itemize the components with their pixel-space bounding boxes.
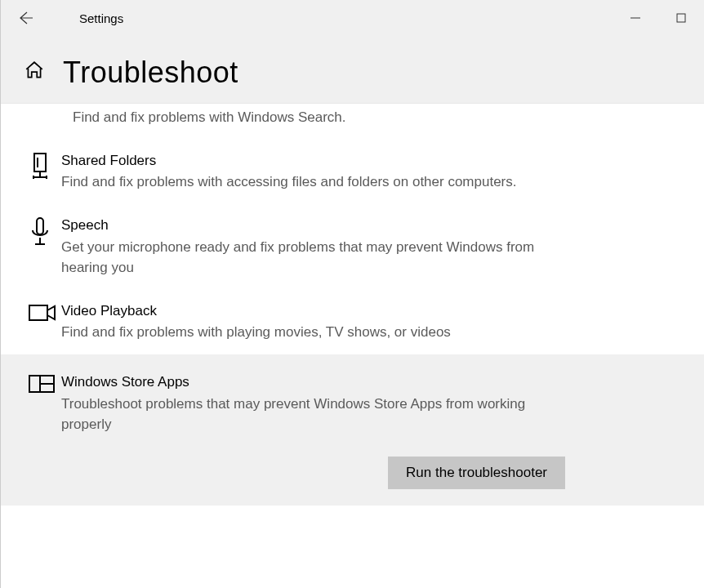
item-desc: Find and fix problems with Windows Searc… bbox=[73, 107, 535, 128]
video-camera-icon bbox=[29, 301, 61, 323]
app-title: Settings bbox=[79, 11, 123, 25]
titlebar: Settings bbox=[1, 0, 704, 36]
svg-rect-0 bbox=[677, 14, 685, 22]
item-desc: Find and fix problems with playing movie… bbox=[61, 322, 568, 343]
troubleshooter-windows-store-apps[interactable]: Windows Store Apps Troubleshoot problems… bbox=[1, 354, 704, 453]
run-troubleshooter-button[interactable]: Run the troubleshooter bbox=[388, 457, 565, 489]
settings-window: Settings Troubleshoot Fi bbox=[0, 0, 704, 588]
store-apps-icon bbox=[29, 372, 61, 394]
run-row: Run the troubleshooter bbox=[1, 453, 704, 506]
troubleshooter-speech[interactable]: Speech Get your microphone ready and fix… bbox=[1, 204, 704, 290]
item-title: Windows Store Apps bbox=[61, 372, 568, 392]
back-arrow-icon bbox=[17, 10, 33, 26]
home-icon[interactable] bbox=[24, 60, 45, 86]
header: Settings Troubleshoot bbox=[1, 0, 704, 104]
maximize-icon bbox=[676, 13, 686, 23]
svg-rect-7 bbox=[37, 218, 43, 234]
item-title: Shared Folders bbox=[61, 151, 568, 171]
minimize-icon bbox=[630, 13, 640, 23]
back-button[interactable] bbox=[7, 0, 43, 36]
item-desc: Troubleshoot problems that may prevent W… bbox=[61, 394, 568, 435]
window-controls bbox=[613, 2, 704, 33]
microphone-icon bbox=[29, 216, 61, 248]
page-title-row: Troubleshoot bbox=[1, 36, 704, 103]
item-desc: Get your microphone ready and fix proble… bbox=[61, 237, 568, 278]
minimize-button[interactable] bbox=[613, 2, 658, 33]
item-desc: Find and fix problems with accessing fil… bbox=[61, 172, 568, 193]
item-title: Video Playback bbox=[61, 301, 568, 321]
troubleshooter-video-playback[interactable]: Video Playback Find and fix problems wit… bbox=[1, 290, 704, 354]
shared-folders-icon bbox=[29, 151, 61, 180]
troubleshooter-shared-folders[interactable]: Shared Folders Find and fix problems wit… bbox=[1, 140, 704, 204]
troubleshooter-windows-search[interactable]: Find and fix problems with Windows Searc… bbox=[1, 104, 704, 140]
svg-rect-10 bbox=[29, 305, 47, 320]
svg-rect-1 bbox=[34, 154, 46, 172]
troubleshooter-list: Find and fix problems with Windows Searc… bbox=[1, 104, 704, 588]
maximize-button[interactable] bbox=[658, 2, 704, 33]
page-title: Troubleshoot bbox=[63, 56, 238, 90]
item-title: Speech bbox=[61, 216, 568, 235]
